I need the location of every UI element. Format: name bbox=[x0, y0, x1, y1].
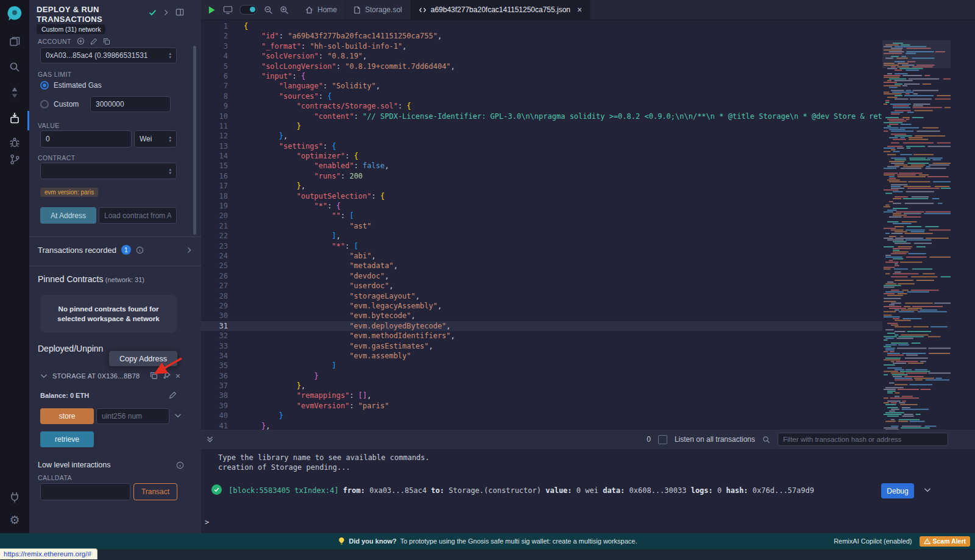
contract-select[interactable]: ▴▾ bbox=[40, 163, 177, 179]
code-line[interactable]: "evm.deployedBytecode", bbox=[240, 321, 975, 331]
line-number[interactable]: 4 bbox=[201, 51, 240, 61]
line-number[interactable]: 10 bbox=[201, 112, 240, 121]
code-line[interactable]: }, bbox=[240, 131, 975, 141]
line-number[interactable]: 37 bbox=[201, 381, 240, 391]
line-number[interactable]: 26 bbox=[201, 271, 240, 281]
line-number[interactable]: 31 bbox=[201, 321, 240, 331]
line-number[interactable]: 35 bbox=[201, 361, 240, 370]
terminal-prompt[interactable]: > bbox=[205, 517, 209, 527]
edit-account-icon[interactable] bbox=[90, 38, 98, 45]
debug-caret-icon[interactable] bbox=[924, 486, 931, 494]
plugin-manager-icon[interactable] bbox=[0, 491, 29, 503]
line-number[interactable]: 34 bbox=[201, 351, 240, 361]
line-number[interactable]: 22 bbox=[201, 231, 240, 241]
settings-icon[interactable]: ⚙ bbox=[0, 514, 29, 526]
collapse-chevron-icon[interactable] bbox=[40, 372, 48, 380]
forward-chevron-icon[interactable] bbox=[163, 9, 169, 16]
deployed-contract-row[interactable]: STORAGE AT 0X136...8B78 × bbox=[40, 372, 180, 380]
tab-storage-sol[interactable]: Storage.sol bbox=[346, 0, 411, 19]
code-line[interactable]: } bbox=[240, 411, 975, 420]
code-line[interactable]: "solcVersion": "0.8.19", bbox=[240, 51, 975, 61]
source-control-icon[interactable] bbox=[0, 154, 29, 165]
stepper-icon[interactable]: ▴▾ bbox=[169, 168, 171, 175]
line-number[interactable]: 2 bbox=[201, 31, 240, 41]
code-line[interactable]: "language": "Solidity", bbox=[240, 81, 975, 91]
expand-args-chevron-icon[interactable] bbox=[174, 412, 182, 419]
line-number[interactable]: 9 bbox=[201, 101, 240, 111]
value-input[interactable] bbox=[40, 130, 132, 147]
code-line[interactable]: ] bbox=[240, 361, 975, 370]
line-number[interactable]: 25 bbox=[201, 261, 240, 271]
debugger-icon[interactable] bbox=[0, 136, 29, 149]
receipt-text[interactable]: [block:5583405 txIndex:4] from: 0xa03...… bbox=[229, 486, 868, 495]
line-number[interactable]: 23 bbox=[201, 241, 240, 251]
transactions-recorded-row[interactable]: Transactions recorded 1 bbox=[38, 245, 193, 255]
code-line[interactable]: "": [ bbox=[240, 211, 975, 221]
code-line[interactable]: "input": { bbox=[240, 71, 975, 81]
info-icon[interactable] bbox=[136, 246, 144, 254]
code-line[interactable]: "abi", bbox=[240, 251, 975, 261]
code-line[interactable]: { bbox=[240, 21, 975, 31]
custom-gas-input[interactable] bbox=[90, 96, 171, 112]
code-line[interactable]: "outputSelection": { bbox=[240, 191, 975, 201]
scam-alert-badge[interactable]: Scam Alert bbox=[920, 536, 970, 547]
edit-balance-icon[interactable] bbox=[169, 391, 177, 399]
info-icon[interactable] bbox=[176, 461, 184, 469]
stepper-icon[interactable]: ▴▾ bbox=[169, 135, 171, 143]
code-line[interactable]: "runs": 200 bbox=[240, 171, 975, 181]
copy-account-icon[interactable] bbox=[103, 38, 110, 45]
search-icon[interactable] bbox=[762, 436, 770, 444]
custom-gas-radio[interactable] bbox=[40, 100, 49, 108]
line-number[interactable]: 17 bbox=[201, 181, 240, 191]
line-number[interactable]: 13 bbox=[201, 141, 240, 151]
debug-button[interactable]: Debug bbox=[881, 483, 914, 498]
value-unit-select[interactable]: Wei ▴▾ bbox=[134, 130, 177, 147]
line-number[interactable]: 1 bbox=[201, 21, 240, 31]
search-icon[interactable] bbox=[0, 61, 29, 73]
code-line[interactable]: "evm.legacyAssembly", bbox=[240, 301, 975, 311]
code-line[interactable]: "evm.bytecode", bbox=[240, 311, 975, 321]
code-line[interactable]: "contracts/Storage.sol": { bbox=[240, 101, 975, 111]
line-number[interactable]: 8 bbox=[201, 91, 240, 101]
line-number[interactable]: 3 bbox=[201, 41, 240, 51]
copilot-status[interactable]: RemixAI Copilot (enabled) bbox=[834, 537, 912, 545]
editor-minimap[interactable] bbox=[882, 40, 975, 430]
tab-close-icon[interactable]: × bbox=[577, 5, 582, 15]
sidebar-scrollbar[interactable] bbox=[193, 46, 196, 235]
copy-address-icon[interactable] bbox=[150, 372, 158, 380]
code-line[interactable]: "*": { bbox=[240, 201, 975, 211]
line-number[interactable]: 11 bbox=[201, 121, 240, 131]
line-number[interactable]: 6 bbox=[201, 71, 240, 81]
workspace-icon[interactable] bbox=[0, 35, 29, 48]
store-arg-input[interactable] bbox=[96, 408, 169, 424]
line-number[interactable]: 7 bbox=[201, 81, 240, 91]
at-address-button[interactable]: At Address bbox=[40, 207, 96, 224]
code-line[interactable]: "userdoc", bbox=[240, 281, 975, 291]
terminal-output[interactable]: Type the library name to see available c… bbox=[201, 449, 975, 533]
code-line[interactable]: }, bbox=[240, 421, 975, 430]
code-line[interactable]: ], bbox=[240, 231, 975, 241]
add-account-icon[interactable] bbox=[77, 37, 85, 45]
line-number[interactable]: 32 bbox=[201, 331, 240, 341]
code-line[interactable]: } bbox=[240, 121, 975, 131]
code-line[interactable]: "solcLongVersion": "0.8.19+commit.7dd6d4… bbox=[240, 62, 975, 71]
code-line[interactable]: "metadata", bbox=[240, 261, 975, 271]
deploy-run-icon[interactable] bbox=[0, 112, 29, 124]
line-number[interactable]: 28 bbox=[201, 291, 240, 301]
code-line[interactable]: "ast" bbox=[240, 221, 975, 231]
code-line[interactable]: "storageLayout", bbox=[240, 291, 975, 301]
estimated-gas-radio[interactable] bbox=[40, 81, 49, 90]
transact-button[interactable]: Transact bbox=[133, 483, 177, 500]
code-line[interactable]: "evm.assembly" bbox=[240, 351, 975, 361]
expand-chevron-icon[interactable] bbox=[186, 247, 193, 253]
close-icon[interactable]: × bbox=[176, 372, 180, 380]
load-address-input[interactable] bbox=[99, 207, 177, 224]
code-line[interactable]: "evmVersion": "paris" bbox=[240, 401, 975, 411]
copilot-toggle[interactable] bbox=[239, 5, 257, 15]
line-number[interactable]: 20 bbox=[201, 211, 240, 221]
zoom-out-icon[interactable] bbox=[264, 5, 273, 15]
code-line[interactable]: "*": [ bbox=[240, 241, 975, 251]
line-number[interactable]: 21 bbox=[201, 221, 240, 231]
account-select[interactable]: 0xA03...85ac4 (0.39866531531 ▴▾ bbox=[40, 48, 177, 63]
code-line[interactable]: "_format": "hh-sol-build-info-1", bbox=[240, 41, 975, 51]
